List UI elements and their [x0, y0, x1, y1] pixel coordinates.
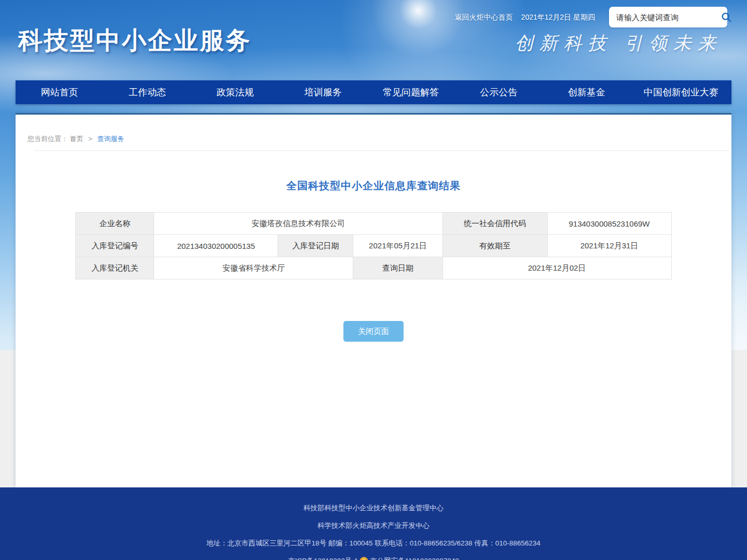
current-date: 2021年12月2日 星期四: [521, 13, 595, 22]
value-credit-code: 91340300085231069W: [547, 213, 671, 235]
content-panel: 您当前位置： 首页 > 查询服务 全国科技型中小企业信息库查询结果 企业名称 安…: [16, 113, 731, 487]
breadcrumb-home-link[interactable]: 首页: [70, 135, 84, 143]
search-box: [609, 7, 727, 27]
label-registration-date: 入库登记日期: [278, 235, 353, 257]
nav-item-innovation-fund[interactable]: 创新基金: [543, 80, 630, 104]
label-credit-code: 统一社会信用代码: [442, 213, 547, 235]
label-query-date: 查询日期: [353, 257, 442, 279]
breadcrumb-prefix: 您当前位置：: [27, 135, 68, 143]
nav-item-innovation-competition[interactable]: 中国创新创业大赛: [630, 80, 731, 104]
value-registration-authority: 安徽省科学技术厅: [154, 257, 353, 279]
label-company-name: 企业名称: [76, 213, 154, 235]
site-title: 科技型中小企业服务: [18, 24, 252, 57]
return-torch-home-link[interactable]: 返回火炬中心首页: [455, 13, 513, 22]
label-registration-authority: 入库登记机关: [76, 257, 154, 279]
nav-item-policies[interactable]: 政策法规: [191, 80, 279, 104]
breadcrumb: 您当前位置： 首页 > 查询服务: [27, 134, 731, 144]
breadcrumb-current-link[interactable]: 查询服务: [97, 135, 124, 143]
value-company-name: 安徽塔孜信息技术有限公司: [154, 213, 442, 235]
footer: 科技部科技型中小企业技术创新基金管理中心 科学技术部火炬高技术产业开发中心 地址…: [0, 487, 747, 560]
result-table: 企业名称 安徽塔孜信息技术有限公司 统一社会信用代码 9134030008523…: [75, 212, 671, 279]
footer-contact-line: 地址：北京市西城区三里河二区甲18号 邮编：100045 联系电话：010-88…: [0, 539, 747, 548]
table-row: 入库登记机关 安徽省科学技术厅 查询日期 2021年12月02日: [76, 257, 671, 279]
label-registration-number: 入库登记编号: [76, 235, 154, 257]
table-row: 企业名称 安徽塔孜信息技术有限公司 统一社会信用代码 9134030008523…: [76, 213, 671, 235]
nav-item-work-news[interactable]: 工作动态: [103, 80, 191, 104]
search-button[interactable]: [720, 10, 733, 24]
nav-item-training[interactable]: 培训服务: [279, 80, 367, 104]
value-registration-number: 202134030200005135: [154, 235, 278, 257]
table-row: 入库登记编号 202134030200005135 入库登记日期 2021年05…: [76, 235, 671, 257]
footer-org-line-2: 科学技术部火炬高技术产业开发中心: [0, 521, 747, 530]
page: 返回火炬中心首页 2021年12月2日 星期四 科技型中小企业服务 创新科技 引…: [0, 0, 747, 560]
icp-license-link[interactable]: 京ICP备13019302号-1: [288, 556, 358, 560]
close-page-button[interactable]: 关闭页面: [343, 321, 404, 342]
public-security-badge-icon: [359, 557, 368, 560]
value-registration-date: 2021年05月21日: [353, 235, 442, 257]
search-input[interactable]: [616, 13, 720, 22]
footer-icp-line: 京ICP备13019302号-1 京公网安备11010202007048: [0, 556, 747, 560]
topbar: 返回火炬中心首页 2021年12月2日 星期四: [455, 13, 595, 22]
public-security-record-link[interactable]: 京公网安备11010202007048: [370, 556, 459, 560]
nav-item-faq[interactable]: 常见问题解答: [367, 80, 454, 104]
slogan: 创新科技 引领未来: [515, 31, 722, 55]
value-valid-until: 2021年12月31日: [547, 235, 671, 257]
search-icon: [721, 11, 732, 23]
value-query-date: 2021年12月02日: [442, 257, 671, 279]
page-title: 全国科技型中小企业信息库查询结果: [16, 179, 731, 193]
footer-org-line-1: 科技部科技型中小企业技术创新基金管理中心: [0, 503, 747, 513]
nav-item-announcements[interactable]: 公示公告: [455, 80, 543, 104]
main-nav: 网站首页 工作动态 政策法规 培训服务 常见问题解答 公示公告 创新基金 中国创…: [16, 80, 731, 104]
label-valid-until: 有效期至: [442, 235, 547, 257]
breadcrumb-divider: [34, 150, 729, 151]
breadcrumb-separator: >: [88, 135, 92, 143]
nav-item-home[interactable]: 网站首页: [16, 80, 103, 104]
